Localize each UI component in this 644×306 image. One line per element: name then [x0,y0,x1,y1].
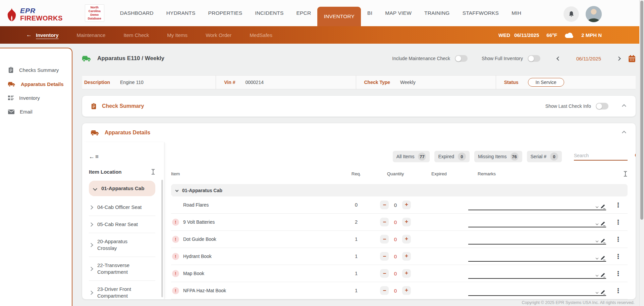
row-menu-icon[interactable]: ⋮ [615,202,622,208]
scrollbar-thumb[interactable] [640,1,643,220]
checklist-icon [8,95,14,100]
back-arrow-icon[interactable]: ← [26,32,32,38]
next-date-button[interactable] [616,54,622,63]
apparatus-details-collapse-icon[interactable] [621,128,627,137]
location-tree-item[interactable]: 01-Apparatus Cab [89,181,155,196]
remarks-field[interactable] [454,265,609,282]
sidebar-item-email[interactable]: Email [0,105,72,119]
increase-quantity-button[interactable]: + [402,218,411,226]
remarks-field[interactable] [454,282,609,299]
decrease-quantity-button[interactable] [380,235,389,244]
row-menu-icon[interactable]: ⋮ [615,288,622,294]
calendar-icon[interactable] [628,55,636,62]
subnav-item-item-check[interactable]: ←Item Check [123,32,149,38]
edit-remarks-icon[interactable] [600,272,605,277]
location-tree-item[interactable]: 23-Driver Front Compartment [89,281,155,299]
decrease-quantity-button[interactable] [380,218,389,226]
description-value: Engine 110 [120,80,144,85]
increase-quantity-button[interactable]: + [402,252,411,261]
show-full-inventory-toggle[interactable] [528,55,540,62]
row-menu-icon[interactable]: ⋮ [615,270,622,277]
search-input[interactable] [574,153,635,158]
location-tree-item[interactable]: 22-Transverse Compartment [89,257,155,281]
remarks-dropdown-icon[interactable] [596,239,598,242]
page-header: Apparatus E110 / Weekly Include Maintena… [82,50,636,67]
remarks-dropdown-icon[interactable] [596,256,598,259]
remarks-field[interactable] [454,231,609,248]
remarks-dropdown-icon[interactable] [596,291,598,293]
remarks-field[interactable] [454,196,609,213]
primary-nav-tab-dashboard[interactable]: DASHBOARD [114,0,160,26]
filter-count-badge: 76 [511,152,519,161]
remarks-dropdown-icon[interactable] [596,205,598,208]
primary-nav-tab-inventory[interactable]: INVENTORY [317,7,361,26]
primary-nav-tab-mih[interactable]: MIH [505,0,528,26]
search-icon[interactable] [635,153,636,159]
increase-quantity-button[interactable]: + [402,201,411,209]
user-avatar[interactable] [586,6,602,22]
remarks-dropdown-icon[interactable] [596,273,598,276]
primary-nav-tab-properties[interactable]: PROPERTIES [202,0,249,26]
previous-date-button[interactable] [556,54,561,63]
decrease-quantity-button[interactable] [380,252,389,261]
subnav-item-my-items[interactable]: ←My Items [167,32,187,38]
edit-remarks-icon[interactable] [600,221,605,226]
primary-nav-tab-staffworks[interactable]: STAFFWORKS [456,0,505,26]
filter-chip-all-items[interactable]: All Items 77 [393,151,430,162]
check-summary-collapse-icon[interactable] [621,102,627,111]
apparatus-details-header: Apparatus Details [82,123,636,142]
cloud-icon [565,32,574,38]
primary-nav-tab-bi[interactable]: BI [361,0,379,26]
sidebar-item-inventory[interactable]: Inventory [0,91,72,105]
filter-count-badge: 0 [458,152,466,161]
expand-rows-icon[interactable] [609,171,628,177]
increase-quantity-button[interactable]: + [402,269,411,278]
primary-nav-tab-map-view[interactable]: MAP VIEW [379,0,418,26]
envelope-icon [8,110,14,114]
remarks-field[interactable] [454,248,609,265]
increase-quantity-button[interactable]: + [402,286,411,295]
sidebar-item-apparatus-details[interactable]: Apparatus Details [0,77,72,91]
increase-quantity-button[interactable]: + [402,235,411,244]
decrease-quantity-button[interactable] [380,201,389,209]
row-menu-icon[interactable]: ⋮ [615,219,622,225]
filter-chip-expired[interactable]: Expired 0 [434,151,469,162]
subnav-item-work-order[interactable]: ←Work Order [206,32,231,38]
location-group-row[interactable]: 01-Apparatus Cab [171,184,628,196]
include-maintenance-check-toggle[interactable] [455,55,468,62]
decrease-quantity-button[interactable] [380,286,389,295]
top-header: EPR FIREWORKS North Carolina Demo Databa… [0,0,644,26]
expand-rows-icon[interactable] [151,169,155,175]
decrease-quantity-button[interactable] [380,269,389,278]
notifications-button[interactable] [564,6,579,22]
edit-remarks-icon[interactable] [600,238,605,243]
primary-nav-tab-training[interactable]: TRAINING [418,0,456,26]
location-tree-item[interactable]: 05-Cab Rear Seat [89,216,155,233]
sidebar-item-checks-summary[interactable]: Checks Summary [0,62,72,77]
filter-chip-serial-[interactable]: Serial # 0 [527,151,562,162]
edit-remarks-icon[interactable] [600,255,605,260]
subnav-item-medsafes[interactable]: ←MedSafes [250,32,272,38]
location-panel-scrollbar[interactable] [161,180,163,297]
edit-remarks-icon[interactable] [600,290,605,295]
window-scrollbar[interactable] [639,0,644,306]
primary-nav-tab-hydrants[interactable]: HYDRANTS [160,0,202,26]
quantity-value: 0 [393,236,397,242]
primary-nav-tab-incidents[interactable]: INCIDENTS [249,0,290,26]
remarks-dropdown-icon[interactable] [596,222,598,225]
collapse-panel-icon[interactable]: ←≡ [89,154,155,160]
filter-chip-missing-items[interactable]: Missing Items 76 [474,151,522,162]
primary-nav-tab-epcr[interactable]: EPCR [290,0,318,26]
show-last-check-info-toggle[interactable] [596,103,608,110]
row-menu-icon[interactable]: ⋮ [615,253,622,260]
location-tree-item[interactable]: 04-Cab Officer Seat [89,199,155,216]
location-tree-item[interactable]: 20-Apparatus Crosslay [89,233,155,257]
table-row: ! Hydrant Book 1 0 + ⋮ [171,248,628,265]
subnav-item-maintenance[interactable]: ←Maintenance [77,32,106,38]
edit-remarks-icon[interactable] [600,204,605,209]
selected-date[interactable]: 06/11/2025 [576,56,601,61]
remarks-field[interactable] [454,214,609,230]
subnav-item-inventory[interactable]: ←Inventory [26,32,59,38]
epr-fireworks-logo[interactable]: EPR FIREWORKS [6,7,63,21]
row-menu-icon[interactable]: ⋮ [615,236,622,243]
